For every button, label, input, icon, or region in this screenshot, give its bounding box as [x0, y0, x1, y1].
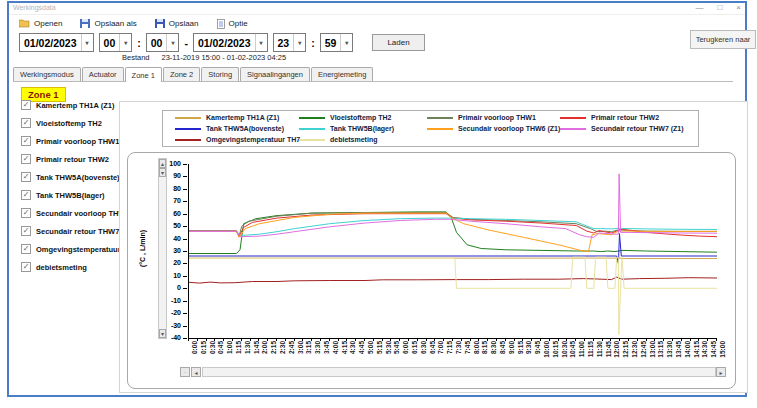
window-controls: — □ × [695, 3, 741, 13]
sidebar-item-primair-retour-thw2[interactable]: ✓Primair retour THW2 [21, 154, 109, 164]
checkbox-icon[interactable]: ✓ [21, 154, 31, 164]
checkbox-icon[interactable]: ✓ [21, 100, 31, 110]
x-tick-label: 1:15 [235, 341, 242, 365]
legend-label: debietsmeting [330, 136, 377, 143]
scroll-left-icon[interactable]: ◂ [191, 367, 201, 377]
x-tick-label: 3:30 [314, 341, 321, 365]
x-tick-label: 9:30 [525, 341, 532, 365]
x-tick-mark [505, 338, 506, 341]
sidebar-item-debietsmeting[interactable]: ✓debietsmeting [21, 262, 87, 272]
x-tick-mark [188, 338, 189, 341]
checkbox-icon[interactable]: ✓ [21, 190, 31, 200]
chevron-down-icon[interactable]: ▾ [293, 34, 305, 51]
x-tick-label: 10:00 [543, 341, 550, 365]
chevron-down-icon[interactable]: ▾ [166, 34, 178, 51]
x-tick-mark [690, 338, 691, 341]
checkbox-icon[interactable]: ✓ [21, 136, 31, 146]
y-tick-mark [183, 164, 187, 165]
y-tick-label: 80 [159, 185, 181, 192]
minimize-button[interactable]: — [695, 3, 703, 13]
x-tick-label: 10:15 [552, 341, 559, 365]
checkbox-icon[interactable]: ✓ [21, 208, 31, 218]
legend-line-swatch [560, 128, 586, 130]
checkbox-icon[interactable]: ✓ [21, 244, 31, 254]
x-tick-mark [232, 338, 233, 341]
legend-label: Primair retour THW2 [591, 114, 659, 121]
x-tick-label: 12:45 [640, 341, 647, 365]
tab-energiemeting[interactable]: Energiemeting [311, 67, 373, 81]
legend-label: Secundair voorloop THW6 (Z1) [458, 125, 560, 132]
colon-separator: : [311, 37, 315, 49]
chevron-down-icon[interactable]: ▾ [340, 34, 352, 51]
scroll-right-icon[interactable]: ▸ [716, 367, 726, 377]
scroll-track[interactable] [202, 367, 716, 377]
x-tick-mark [566, 338, 567, 341]
sidebar-item-secundair-voorloop-thw6[interactable]: ✓Secundair voorloop THW6 [21, 208, 130, 218]
checkbox-icon[interactable]: ✓ [21, 262, 31, 272]
y-tick-label: -40 [159, 334, 181, 341]
scroll-extra-icon[interactable]: · [180, 367, 190, 377]
close-button[interactable]: × [736, 3, 741, 13]
x-tick-label: 12:15 [622, 341, 629, 365]
x-tick-mark [276, 338, 277, 341]
y-tick-mark [183, 176, 187, 177]
tab-zone-2[interactable]: Zone 2 [163, 67, 200, 81]
x-tick-label: 5:45 [393, 341, 400, 365]
checkbox-icon[interactable]: ✓ [21, 118, 31, 128]
x-tick-label: 8:00 [473, 341, 480, 365]
sidebar-item-tank-thw5a-bovenste[interactable]: ✓Tank THW5A(bovenste) [21, 172, 120, 182]
checkbox-icon[interactable]: ✓ [21, 226, 31, 236]
x-tick-label: 13:45 [675, 341, 682, 365]
return-button[interactable]: Terugkeren naar [690, 30, 756, 49]
series-line-omgevingstemperatuur-th7 [189, 277, 717, 283]
x-tick-mark [716, 338, 717, 341]
x-tick-mark [602, 338, 603, 341]
screen: Werkingsdata — □ × Openen Opslaan als Op… [0, 0, 757, 408]
chevron-down-icon[interactable]: ▾ [255, 34, 267, 51]
x-tick-mark [399, 338, 400, 341]
option-button[interactable]: Optie [217, 19, 248, 29]
y-tick-label: -20 [159, 309, 181, 316]
file-info-value: 23-11-2019 15:00 - 01-02-2023 04:25 [162, 53, 287, 62]
x-tick-mark [619, 338, 620, 341]
x-tick-mark [223, 338, 224, 341]
sidebar-item-kamertemp-th1a-z1[interactable]: ✓Kamertemp TH1A (Z1) [21, 100, 115, 110]
x-tick-label: 9:00 [508, 341, 515, 365]
x-tick-label: 12:00 [613, 341, 620, 365]
y-tick-label: 70 [159, 197, 181, 204]
load-button[interactable]: Laden [372, 34, 424, 51]
legend-item-secundair-voorloop-thw6-z1: Secundair voorloop THW6 (Z1) [427, 124, 560, 134]
legend-label: Secundair retour THW7 (Z1) [591, 125, 684, 132]
x-tick-label: 13:00 [649, 341, 656, 365]
sidebar-item-vloeistoftemp-th2[interactable]: ✓Vloeistoftemp TH2 [21, 118, 102, 128]
x-tick-mark [470, 338, 471, 341]
x-tick-mark [346, 338, 347, 341]
y-tick-mark [183, 214, 187, 215]
horizontal-scrollbar[interactable]: · ◂ ▸ [180, 367, 726, 377]
maximize-button[interactable]: □ [717, 3, 722, 13]
x-tick-label: 10:30 [561, 341, 568, 365]
sidebar-item-tank-thw5b-lager[interactable]: ✓Tank THW5B(lager) [21, 190, 105, 200]
x-tick-mark [250, 338, 251, 341]
x-tick-label: 11:15 [587, 341, 594, 365]
end-date-select[interactable]: 01/02/2023▾ [193, 33, 268, 52]
tab-signaalingangen[interactable]: Signaalingangen [240, 67, 310, 81]
x-tick-mark [575, 338, 576, 341]
y-tick-mark [183, 326, 187, 327]
y-tick-mark [183, 226, 187, 227]
tab-storing[interactable]: Storing [201, 67, 239, 81]
sidebar-item-primair-voorloop-thw1[interactable]: ✓Primair voorloop THW1 [21, 136, 119, 146]
x-tick-mark [654, 338, 655, 341]
y-tick-label: 40 [159, 235, 181, 242]
y-axis-label: (°C , L/min) [139, 218, 146, 280]
x-tick-label: 6:00 [402, 341, 409, 365]
y-tick-mark [183, 189, 187, 190]
end-hour-select[interactable]: 23▾ [273, 33, 307, 52]
x-tick-label: 12:30 [631, 341, 638, 365]
x-tick-mark [514, 338, 515, 341]
y-tick-mark [183, 288, 187, 289]
end-minute-select[interactable]: 59▾ [320, 33, 354, 52]
x-tick-label: 8:45 [499, 341, 506, 365]
x-tick-mark [646, 338, 647, 341]
checkbox-icon[interactable]: ✓ [21, 172, 31, 182]
